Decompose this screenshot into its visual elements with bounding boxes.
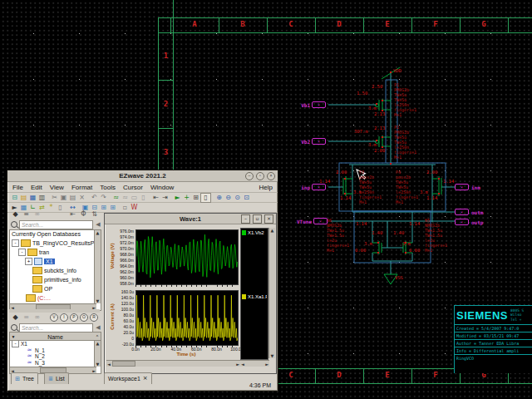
previous-view-icon[interactable]: ⇤	[151, 194, 160, 202]
menu-file[interactable]: File	[12, 184, 23, 191]
port-vtune[interactable]: ×	[313, 218, 328, 224]
bus-view-icon[interactable]: W	[130, 204, 139, 212]
trace-icon[interactable]: ►	[173, 194, 182, 202]
open-icon[interactable]: ▤	[19, 194, 28, 202]
legend-entry[interactable]: X1.Vb2	[242, 230, 267, 235]
close-button[interactable]: ×	[267, 172, 275, 180]
cursor-mode-icon[interactable]: ▯	[200, 193, 211, 203]
clear-search-icon[interactable]: ◀	[95, 324, 101, 332]
tab-list[interactable]: ≣List	[44, 372, 69, 384]
tree-item-tbringvcoresultspa[interactable]: -TB_RingVCO_ResultsPa	[10, 239, 101, 248]
zoom-in-icon[interactable]: ⊕	[214, 194, 224, 202]
undo-icon[interactable]: ↶	[90, 194, 99, 202]
redo-icon[interactable]: ↷	[99, 194, 108, 202]
filter-i-icon[interactable]: I	[60, 313, 68, 322]
tree-item-x1[interactable]: +X1	[10, 257, 101, 266]
port-outm[interactable]: ×	[455, 209, 469, 215]
close-workspace-icon[interactable]: ×	[143, 376, 148, 382]
tree-item-n1[interactable]: ≈N_1	[10, 347, 101, 354]
rubber-band-icon[interactable]: ▫	[121, 204, 130, 212]
database-search-input[interactable]: Search...	[19, 220, 93, 229]
link-icon[interactable]: ∞	[32, 210, 42, 219]
menu-help[interactable]: Help	[259, 184, 273, 191]
tree-item-subcktsinfo[interactable]: subckts_info	[10, 266, 101, 275]
workspace-tab[interactable]: Workspace1 ×	[104, 372, 152, 384]
db-tree-vscrollbar[interactable]: ▲▼	[94, 230, 101, 303]
chart-list-icon[interactable]: ▭	[130, 194, 139, 202]
filter-o-icon[interactable]: O	[80, 313, 88, 322]
cut-icon[interactable]: ✂	[50, 194, 59, 202]
next-view-icon[interactable]: ⇥	[160, 194, 170, 202]
tile-grid-icon[interactable]: ⊞	[108, 204, 117, 212]
menu-tools[interactable]: Tools	[100, 184, 116, 191]
tree-item-x1[interactable]: -X1	[10, 341, 101, 347]
legend-entry[interactable]: X1.Xa1.P	[242, 294, 267, 299]
delete-waveform-icon[interactable]: ≈	[121, 194, 130, 202]
minimize-button[interactable]: –	[245, 172, 254, 180]
filter-r-icon[interactable]: R	[90, 313, 98, 322]
tree-item-tran[interactable]: -tran	[10, 248, 101, 257]
wave1-window[interactable]: Wave:1 –▫× Voltage (V) Current (A) 976.0…	[104, 213, 277, 374]
add-waveform-icon[interactable]: ≈	[111, 194, 121, 202]
voltage-plot[interactable]	[135, 229, 239, 285]
database-icon[interactable]: ◆	[11, 313, 20, 322]
port-inm[interactable]: ×	[455, 184, 469, 190]
ezwave-titlebar[interactable]: EZwave 2021.2 –▫×	[7, 170, 278, 182]
filter-p-icon[interactable]: P	[70, 313, 78, 322]
signal-vscrollbar[interactable]: ▲▼	[94, 341, 101, 367]
filter-icon[interactable]: Φ	[79, 210, 88, 219]
list-view-icon[interactable]: ≡	[22, 210, 31, 219]
filter-v-icon[interactable]: V	[50, 313, 58, 322]
clear-search-icon[interactable]: ◀	[95, 221, 101, 229]
save-icon[interactable]: ▦	[28, 194, 37, 202]
wave1-titlebar[interactable]: Wave:1 –▫×	[105, 214, 276, 224]
zoom-full-icon[interactable]: ⊙	[233, 194, 242, 202]
port-vb1[interactable]: ×	[312, 101, 326, 108]
tree-expander[interactable]: -	[18, 249, 26, 256]
chart-grid-icon[interactable]: ▯	[139, 194, 148, 202]
zoom-window-icon[interactable]: ⊡	[242, 194, 251, 202]
menu-window[interactable]: Window	[150, 184, 174, 191]
database-icon[interactable]: ◆	[11, 210, 20, 219]
copy-icon[interactable]: ▣	[59, 194, 68, 202]
maximize-button[interactable]: ▫	[256, 172, 264, 180]
minimize-button[interactable]: –	[241, 214, 250, 224]
tree-item-primitivesinfo[interactable]: primitives_info	[10, 275, 101, 284]
menu-cursor[interactable]: Cursor	[123, 184, 143, 191]
paste-icon[interactable]: ▤	[68, 194, 77, 202]
ezwave-window[interactable]: EZwave 2021.2 –▫× FileEditViewFormatTool…	[7, 170, 278, 392]
tree-expander[interactable]: -	[12, 340, 19, 347]
legend-vscrollbar[interactable]: ▲▼	[268, 228, 275, 358]
plot-hscrollbar[interactable]: ◄►	[106, 360, 240, 367]
port-vb2[interactable]: ×	[312, 138, 326, 145]
sort-icon[interactable]: ⇅	[90, 210, 99, 219]
tree-expander[interactable]: -	[12, 239, 19, 247]
current-plot[interactable]	[135, 290, 239, 346]
port-outp[interactable]: ×	[455, 219, 469, 225]
delete-icon[interactable]: ×	[77, 194, 86, 202]
restore-button[interactable]: ▫	[253, 214, 262, 224]
print-icon[interactable]: ▥	[37, 194, 47, 202]
legend-hscrollbar[interactable]: ◄►	[240, 360, 269, 367]
tree-item-op[interactable]: OP	[10, 284, 101, 293]
tree-item-n3[interactable]: ≈N_3	[10, 360, 101, 367]
port-inp[interactable]: ×	[312, 184, 326, 190]
tree-item-n2[interactable]: ≈N_2	[10, 353, 101, 360]
collapse-all-icon[interactable]: ⇤	[68, 210, 77, 219]
new-database-icon[interactable]: ⊟	[10, 194, 19, 202]
pan-icon[interactable]: +	[182, 194, 191, 202]
tree-expander[interactable]: +	[25, 258, 32, 265]
menu-edit[interactable]: Edit	[31, 184, 42, 191]
tab-tree[interactable]: ⊞Tree	[11, 372, 38, 384]
grid-icon[interactable]: ⊞	[191, 194, 200, 202]
list-view-icon[interactable]: ≡	[22, 313, 31, 322]
signal-search-input[interactable]: Search...	[19, 323, 93, 332]
menu-view[interactable]: View	[50, 184, 64, 191]
sort-direction-icon[interactable]: ▼	[10, 334, 17, 339]
tree-item-c[interactable]: (C:…	[10, 293, 101, 303]
zoom-out-icon[interactable]: ⊖	[224, 194, 233, 202]
link-icon[interactable]: ∞	[32, 313, 42, 322]
close-button[interactable]: ×	[264, 214, 273, 224]
collapse-icon[interactable]: ^	[94, 334, 101, 339]
menu-format[interactable]: Format	[71, 184, 92, 191]
